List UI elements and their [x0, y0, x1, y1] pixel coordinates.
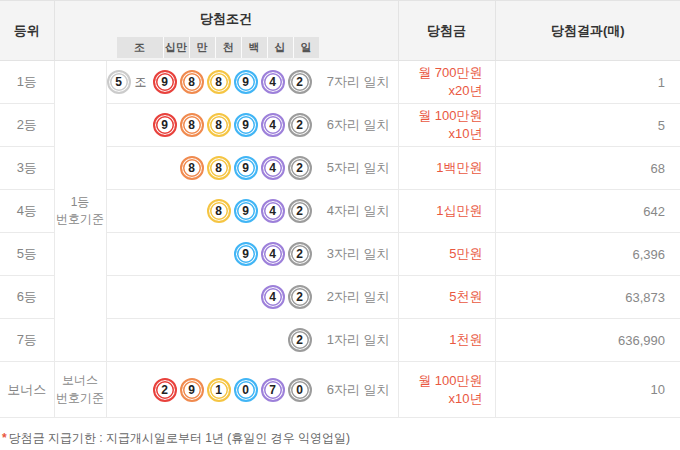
rank-cell: 4등: [0, 190, 54, 233]
digit-position-label-100k: 십만: [163, 37, 189, 58]
header-result: 당첨결과(매): [495, 1, 680, 61]
lottery-ball: 2: [288, 242, 312, 266]
condition-cell: 8942 4자리 일치: [106, 190, 398, 233]
lottery-ball: 8: [180, 70, 204, 94]
lottery-ball: 9: [234, 199, 258, 223]
digit-position-label-10: 십: [267, 37, 293, 58]
lottery-ball: 9: [153, 113, 177, 137]
rank-cell: 3등: [0, 147, 54, 190]
digit-position-bar: 조 십만 만 천 백 십 일: [117, 37, 319, 58]
digit-position-label-jo: 조: [117, 37, 163, 58]
footnote-text: 당첨금 지급기한 : 지급개시일로부터 1년 (휴일인 경우 익영업일): [9, 431, 350, 445]
winning-numbers: 942: [107, 242, 312, 266]
rank-cell: 보너스: [0, 362, 54, 418]
footnote-mark: *: [2, 431, 7, 445]
result-count-cell: 6,396: [495, 233, 680, 276]
lottery-ball: 9: [234, 70, 258, 94]
lottery-ball: 8: [207, 113, 231, 137]
lottery-ball: 9: [234, 113, 258, 137]
lottery-ball: 4: [261, 199, 285, 223]
match-label: 6자리 일치: [312, 116, 398, 134]
match-label: 3자리 일치: [312, 245, 398, 263]
match-label: 5자리 일치: [312, 159, 398, 177]
lottery-ball: 8: [180, 113, 204, 137]
prize-cell: 1천원: [398, 319, 495, 362]
header-rank: 등위: [0, 1, 54, 61]
result-count-cell: 636,990: [495, 319, 680, 362]
rank-cell: 5등: [0, 233, 54, 276]
table-row-rank1: 1등 1등 번호기준 5조988942 7자리 일치 월 700만원x20년 1: [0, 61, 680, 104]
lottery-ball: 2: [288, 285, 312, 309]
header-prize: 당첨금: [398, 1, 495, 61]
lottery-ball: 4: [261, 113, 285, 137]
lottery-ball: 8: [207, 70, 231, 94]
lottery-ball: 2: [288, 156, 312, 180]
match-label: 2자리 일치: [312, 288, 398, 306]
match-label: 1자리 일치: [312, 331, 398, 349]
lottery-ball: 8: [180, 156, 204, 180]
group-unit-label: 조: [135, 74, 147, 91]
payment-deadline-note: *당첨금 지급기한 : 지급개시일로부터 1년 (휴일인 경우 익영업일): [2, 430, 680, 447]
lottery-ball: 9: [234, 242, 258, 266]
result-count-cell: 1: [495, 61, 680, 104]
first-prize-basis-cell: 1등 번호기준: [54, 61, 106, 362]
lottery-ball: 2: [288, 199, 312, 223]
lottery-ball: 8: [207, 199, 231, 223]
digit-position-label-100: 백: [241, 37, 267, 58]
rank-cell: 1등: [0, 61, 54, 104]
lottery-ball: 2: [288, 70, 312, 94]
condition-cell: 988942 6자리 일치: [106, 104, 398, 147]
prize-cell: 5천원: [398, 276, 495, 319]
result-count-cell: 5: [495, 104, 680, 147]
result-count-cell: 642: [495, 190, 680, 233]
prize-cell: 1백만원: [398, 147, 495, 190]
winning-numbers: 8942: [107, 199, 312, 223]
lottery-ball: 2: [153, 378, 177, 402]
table-row-bonus: 보너스 보너스 번호기준 291070 6자리 일치 월 100만원x10년 1…: [0, 362, 680, 418]
winning-numbers: 42: [107, 285, 312, 309]
condition-cell: 88942 5자리 일치: [106, 147, 398, 190]
table-header-row: 등위 당첨조건 조 십만 만 천 백 십 일 당첨금 당첨결과(매): [0, 1, 680, 61]
result-count-cell: 63,873: [495, 276, 680, 319]
lottery-ball: 4: [261, 156, 285, 180]
lottery-ball: 7: [261, 378, 285, 402]
lottery-ball: 4: [261, 242, 285, 266]
rank-cell: 2등: [0, 104, 54, 147]
lottery-ball: 9: [180, 378, 204, 402]
basis-line1: 보너스: [62, 373, 98, 387]
digit-position-label-1k: 천: [215, 37, 241, 58]
lottery-ball: 0: [288, 378, 312, 402]
prize-cell: 월 100만원x10년: [398, 104, 495, 147]
prize-cell: 월 100만원x10년: [398, 362, 495, 418]
prize-cell: 월 700만원x20년: [398, 61, 495, 104]
match-label: 7자리 일치: [312, 73, 398, 91]
rank-cell: 6등: [0, 276, 54, 319]
condition-cell: 942 3자리 일치: [106, 233, 398, 276]
match-label: 4자리 일치: [312, 202, 398, 220]
winning-numbers: 5조988942: [107, 70, 312, 94]
lottery-ball: 8: [207, 156, 231, 180]
prize-cell: 5만원: [398, 233, 495, 276]
digit-position-label-1: 일: [293, 37, 319, 58]
condition-cell: 5조988942 7자리 일치: [106, 61, 398, 104]
winning-numbers: 2: [107, 328, 312, 352]
condition-cell: 291070 6자리 일치: [106, 362, 398, 418]
header-condition: 당첨조건 조 십만 만 천 백 십 일: [54, 1, 398, 61]
lottery-ball: 0: [234, 378, 258, 402]
lottery-result-table: 등위 당첨조건 조 십만 만 천 백 십 일 당첨금 당첨결과(매) 1등 1등…: [0, 0, 680, 418]
lottery-ball: 1: [207, 378, 231, 402]
result-count-cell: 10: [495, 362, 680, 418]
basis-line2: 번호기준: [56, 212, 104, 226]
lottery-ball: 5: [107, 70, 131, 94]
winning-numbers: 291070: [107, 378, 312, 402]
lottery-ball: 4: [261, 70, 285, 94]
winning-numbers: 988942: [107, 113, 312, 137]
basis-line1: 1등: [71, 195, 90, 209]
bonus-basis-cell: 보너스 번호기준: [54, 362, 106, 418]
prize-cell: 1십만원: [398, 190, 495, 233]
condition-cell: 42 2자리 일치: [106, 276, 398, 319]
winning-numbers: 88942: [107, 156, 312, 180]
result-count-cell: 68: [495, 147, 680, 190]
lottery-ball: 2: [288, 328, 312, 352]
digit-position-label-10k: 만: [189, 37, 215, 58]
